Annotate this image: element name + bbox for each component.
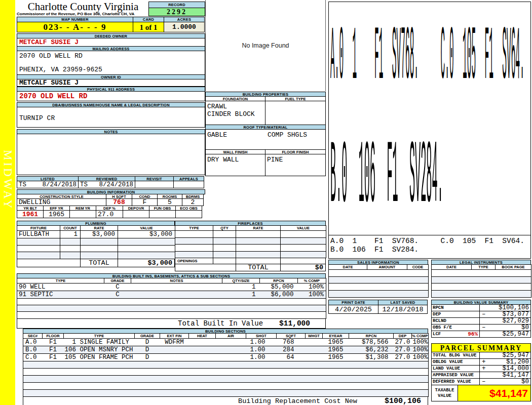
cell xyxy=(222,312,260,318)
column-header: RPCN xyxy=(349,334,394,339)
cell: 100% xyxy=(412,346,429,354)
hsqft-value: 768 xyxy=(106,198,132,206)
cell xyxy=(329,276,367,284)
bdrms-value: 2 xyxy=(182,198,204,206)
built-ins-total-value: $11,000 xyxy=(279,319,310,328)
notes-box[interactable] xyxy=(17,134,205,175)
parcel-op: + xyxy=(482,365,488,372)
cell xyxy=(23,361,43,369)
roof-type-value: GABLE xyxy=(207,131,227,139)
table-row xyxy=(17,312,326,318)
binfo-value-row1: DWELLING 768 F 5 2 xyxy=(17,198,205,206)
cell xyxy=(189,369,216,376)
physical-address-value: 2070 OLD WELL RD xyxy=(17,91,205,101)
cell xyxy=(131,284,222,291)
remyr-value xyxy=(69,210,96,218)
cell xyxy=(131,305,222,312)
cell xyxy=(277,390,306,397)
table-row xyxy=(17,299,326,305)
column-header: TYPE xyxy=(472,265,496,270)
record-value: 2292 xyxy=(148,8,205,16)
cell: F1 xyxy=(43,354,64,361)
column-header: AMOUNT xyxy=(367,265,407,270)
sales-header-row: DATE AMOUNT CODE xyxy=(329,265,429,270)
table-row xyxy=(17,238,175,246)
cell xyxy=(349,369,394,376)
cell xyxy=(60,252,81,259)
property-record-card: { "colors": { "header_bar_blue": "#B5DAE… xyxy=(0,0,532,405)
column-header: GRADE xyxy=(104,278,131,284)
map-number-value[interactable]: 023- - A- - - 9 xyxy=(17,22,133,32)
cell xyxy=(349,361,394,369)
binfo-value-row2: 1961 1965 27.0 xyxy=(17,210,205,218)
column-header: TYPE xyxy=(64,334,135,339)
floor-finish-value: PINE xyxy=(265,154,326,176)
cell xyxy=(17,252,60,259)
cell xyxy=(104,299,131,305)
cond-value: F xyxy=(132,198,158,206)
column-header: % COMP xyxy=(412,334,429,339)
cell xyxy=(216,354,246,361)
fireplaces-total-value: $0 xyxy=(280,264,325,271)
roof-value-box: GABLE COMP SHGLS xyxy=(205,129,326,150)
cell: WDFRM xyxy=(160,339,189,346)
cell xyxy=(329,291,367,298)
cell xyxy=(131,291,222,299)
cell xyxy=(160,383,189,390)
parcel-label: OBLDG VALUE xyxy=(433,359,463,364)
cell xyxy=(17,312,104,318)
parcel-label: APPRAISED VALUE xyxy=(433,373,474,378)
cell xyxy=(281,231,326,238)
parcel-label: TOTAL BLDG VALUE xyxy=(433,353,476,358)
table-row: A.0F1 1 SINGLE FAMILYDWDFRM1.007681965$7… xyxy=(23,339,429,346)
cell: D xyxy=(135,346,160,354)
roof-material-value: COMP SHGLS xyxy=(268,131,307,139)
cell xyxy=(118,245,175,252)
bvs-label: LCF xyxy=(433,332,441,337)
cell xyxy=(412,376,429,383)
table-row xyxy=(329,291,429,298)
bvs-row: RPCN $100,106 xyxy=(431,304,531,311)
column-header: VALUE xyxy=(118,226,175,231)
sections-footer-row: Building Replacement Cost New $100,106 xyxy=(23,396,428,405)
bvs-row: RCLND $27,029 xyxy=(431,317,531,325)
rooms-value: 5 xyxy=(157,198,182,206)
replacement-cost-label: Building Replacement Cost New xyxy=(238,397,357,405)
table-row xyxy=(329,276,429,284)
column-header: SEC# xyxy=(23,334,43,339)
cell xyxy=(298,299,326,305)
mailing-address-box: 2070 OLD WELL RD PHENIX, VA 23959-9625 xyxy=(17,51,205,75)
cell xyxy=(81,238,118,246)
column-header: % COMP xyxy=(298,278,326,284)
bvs-label: DEP xyxy=(433,312,441,317)
cell xyxy=(323,376,349,383)
cell xyxy=(394,383,412,390)
cell xyxy=(329,284,367,291)
table-row xyxy=(175,251,326,258)
plumbing-total-value: $3,000 xyxy=(118,259,174,267)
card-value[interactable]: 1 of 1 xyxy=(133,22,164,32)
ecoobs-value xyxy=(175,210,202,218)
cell xyxy=(43,361,64,369)
cell xyxy=(367,270,407,277)
cell xyxy=(104,305,131,312)
bvs-label: OBS F/E xyxy=(433,325,452,330)
cell xyxy=(496,291,531,298)
cell xyxy=(23,390,43,397)
cell xyxy=(306,383,323,390)
cell xyxy=(412,361,429,369)
cell xyxy=(246,361,277,369)
cell: 27.0 xyxy=(394,354,412,361)
cell xyxy=(260,305,298,312)
cell xyxy=(216,390,246,397)
parcel-row: TOTAL BLDG VALUE $25,947 xyxy=(431,352,531,359)
county-title: Charlotte County Virginia xyxy=(17,1,149,12)
sketch-panel[interactable]: A.0 1 F1 SV768. C.0 105 F1 SV64. B.0 106… xyxy=(328,2,531,235)
cell: $6,000 xyxy=(260,291,298,299)
parcel-value: $41,147 xyxy=(488,372,529,379)
parcel-label: DEFERRED VALUE xyxy=(433,379,471,384)
table-row xyxy=(432,276,531,284)
cell xyxy=(160,354,189,361)
cell xyxy=(306,369,323,376)
cell xyxy=(189,354,216,361)
